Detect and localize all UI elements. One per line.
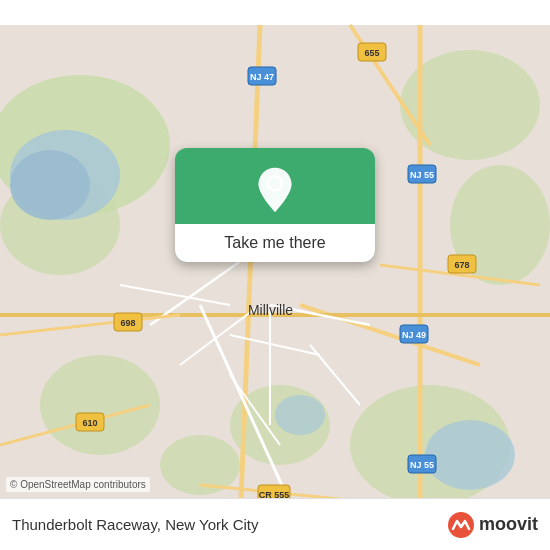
location-title: Thunderbolt Raceway, New York City <box>12 516 447 533</box>
map-container: NJ 47 NJ 55 NJ 55 NJ 49 655 678 698 610 … <box>0 0 550 550</box>
popup-card[interactable]: Take me there <box>175 148 375 262</box>
svg-text:NJ 47: NJ 47 <box>250 72 274 82</box>
moovit-icon <box>447 511 475 539</box>
svg-point-11 <box>425 420 515 490</box>
svg-text:610: 610 <box>82 418 97 428</box>
popup-icon-area <box>251 148 299 224</box>
svg-text:NJ 49: NJ 49 <box>402 330 426 340</box>
moovit-logo: moovit <box>447 511 538 539</box>
map-attribution: © OpenStreetMap contributors <box>6 477 150 492</box>
location-pin-icon <box>251 166 299 214</box>
svg-text:698: 698 <box>120 318 135 328</box>
svg-text:655: 655 <box>364 48 379 58</box>
city-label: Millville <box>248 302 293 318</box>
svg-point-10 <box>10 150 90 220</box>
svg-text:NJ 55: NJ 55 <box>410 170 434 180</box>
take-me-there-button[interactable]: Take me there <box>175 224 375 262</box>
map-background: NJ 47 NJ 55 NJ 55 NJ 49 655 678 698 610 … <box>0 0 550 550</box>
svg-text:NJ 55: NJ 55 <box>410 460 434 470</box>
svg-point-12 <box>275 395 325 435</box>
moovit-text: moovit <box>479 514 538 535</box>
bottom-bar: Thunderbolt Raceway, New York City moovi… <box>0 498 550 550</box>
svg-point-6 <box>40 355 160 455</box>
svg-text:678: 678 <box>454 260 469 270</box>
